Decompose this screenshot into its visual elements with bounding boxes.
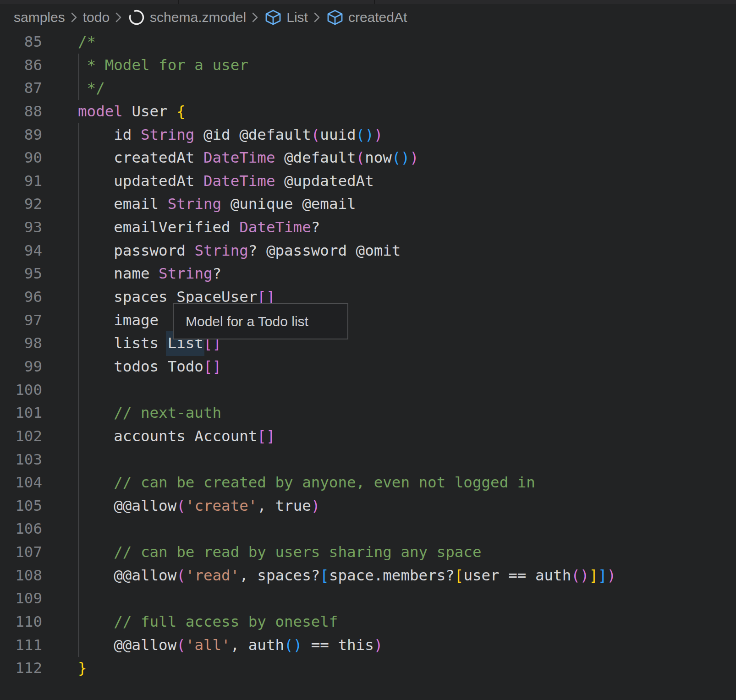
line-number[interactable]: 95 bbox=[0, 262, 42, 285]
code-line[interactable]: 101 // next-auth bbox=[0, 401, 736, 425]
code-token: String bbox=[168, 195, 221, 213]
line-number[interactable]: 97 bbox=[0, 309, 42, 332]
line-number[interactable]: 94 bbox=[0, 239, 42, 262]
code-line[interactable]: 100 bbox=[0, 378, 736, 402]
code-text: model User { bbox=[78, 100, 186, 123]
code-line[interactable]: 87 */ bbox=[0, 77, 736, 100]
code-line[interactable]: 88model User { bbox=[0, 100, 736, 123]
code-line[interactable]: 86 * Model for a user bbox=[0, 54, 736, 77]
code-text: // can be created by anyone, even not lo… bbox=[78, 471, 535, 494]
breadcrumb-item-schema-zmodel[interactable]: schema.zmodel bbox=[127, 8, 246, 27]
code-line[interactable]: 111 @@allow('all', auth() == this) bbox=[0, 634, 736, 657]
code-line[interactable]: 92 email String @unique @email bbox=[0, 192, 736, 216]
code-line[interactable]: 108 @@allow('read', spaces?[space.member… bbox=[0, 564, 736, 587]
code-token: // next-auth bbox=[78, 404, 221, 421]
code-line[interactable]: 102 accounts Account[] bbox=[0, 425, 736, 448]
line-number[interactable]: 108 bbox=[0, 564, 42, 587]
code-editor[interactable]: 85/*86 * Model for a user87 */88model Us… bbox=[0, 30, 736, 700]
line-number[interactable]: 86 bbox=[0, 54, 42, 77]
code-token: ( bbox=[311, 126, 320, 143]
code-token: ? @password @omit bbox=[248, 242, 401, 259]
code-line[interactable]: 95 name String? bbox=[0, 262, 736, 285]
code-text: todos Todo[] bbox=[78, 355, 221, 378]
code-line[interactable]: 97 image bbox=[0, 309, 736, 332]
breadcrumb-label: todo bbox=[83, 10, 110, 25]
code-line[interactable]: 91 updatedAt DateTime @updatedAt bbox=[0, 170, 736, 193]
code-token: , true bbox=[257, 497, 311, 514]
code-line[interactable]: 109 bbox=[0, 587, 736, 610]
line-number[interactable]: 98 bbox=[0, 332, 42, 355]
breadcrumb-item-createdat[interactable]: createdAt bbox=[326, 9, 407, 26]
line-number[interactable]: 103 bbox=[0, 448, 42, 471]
code-line[interactable]: 90 createdAt DateTime @default(now()) bbox=[0, 146, 736, 170]
line-number[interactable]: 111 bbox=[0, 634, 42, 657]
code-token: ) bbox=[410, 149, 419, 166]
line-number[interactable]: 90 bbox=[0, 146, 42, 170]
code-line[interactable]: 103 bbox=[0, 448, 736, 471]
code-line[interactable]: 98 lists List[] bbox=[0, 332, 736, 355]
line-number[interactable]: 105 bbox=[0, 494, 42, 518]
code-line[interactable]: 85/* bbox=[0, 30, 736, 54]
line-number[interactable]: 85 bbox=[0, 30, 42, 54]
code-line[interactable]: 110 // full access by oneself bbox=[0, 610, 736, 634]
model-cube-icon bbox=[326, 9, 344, 26]
code-line[interactable]: 94 password String? @password @omit bbox=[0, 239, 736, 262]
line-number[interactable]: 89 bbox=[0, 123, 42, 147]
code-token: [] bbox=[257, 427, 275, 445]
line-number[interactable]: 102 bbox=[0, 425, 42, 448]
breadcrumb-label: schema.zmodel bbox=[150, 10, 246, 25]
code-line[interactable]: 107 // can be read by users sharing any … bbox=[0, 541, 736, 564]
line-number[interactable]: 87 bbox=[0, 77, 42, 100]
vscode-editor: samplestodoschema.zmodelListcreatedAt 85… bbox=[0, 0, 736, 700]
code-line[interactable]: 93 emailVerified DateTime? bbox=[0, 216, 736, 239]
line-number[interactable]: 100 bbox=[0, 378, 42, 402]
line-number[interactable]: 96 bbox=[0, 285, 42, 309]
line-number[interactable]: 112 bbox=[0, 656, 42, 680]
code-text: email String @unique @email bbox=[78, 192, 356, 216]
code-token: == this bbox=[302, 636, 374, 654]
code-text: // next-auth bbox=[78, 401, 221, 425]
code-token: ) bbox=[311, 497, 320, 514]
code-line[interactable]: 112} bbox=[0, 656, 736, 680]
line-number[interactable]: 92 bbox=[0, 192, 42, 216]
line-number[interactable]: 104 bbox=[0, 471, 42, 494]
line-number[interactable]: 110 bbox=[0, 610, 42, 634]
code-token: ( bbox=[176, 497, 186, 514]
line-number[interactable]: 93 bbox=[0, 216, 42, 239]
code-text: } bbox=[78, 656, 87, 680]
code-line[interactable]: 89 id String @id @default(uuid()) bbox=[0, 123, 736, 147]
code-token: DateTime bbox=[203, 172, 275, 190]
line-number[interactable]: 99 bbox=[0, 355, 42, 378]
code-line[interactable]: 104 // can be created by anyone, even no… bbox=[0, 471, 736, 494]
breadcrumb-item-samples[interactable]: samples bbox=[14, 10, 65, 25]
code-line[interactable]: 105 @@allow('create', true) bbox=[0, 494, 736, 518]
code-line[interactable]: 99 todos Todo[] bbox=[0, 355, 736, 378]
line-number[interactable]: 91 bbox=[0, 170, 42, 193]
indent-guide bbox=[78, 123, 79, 657]
loading-spinner-icon bbox=[127, 8, 146, 27]
code-token: /* bbox=[78, 33, 96, 50]
code-token: [] bbox=[203, 358, 221, 375]
code-token: // can be created by anyone, even not lo… bbox=[78, 474, 535, 491]
chevron-right-icon bbox=[115, 11, 122, 24]
indent-guide bbox=[78, 54, 79, 100]
code-text: updatedAt DateTime @updatedAt bbox=[78, 170, 374, 193]
line-number[interactable]: 101 bbox=[0, 401, 42, 425]
line-number[interactable]: 107 bbox=[0, 541, 42, 564]
code-token: 'all' bbox=[186, 636, 231, 654]
code-token: uuid bbox=[320, 126, 356, 143]
line-number[interactable]: 88 bbox=[0, 100, 42, 123]
line-number[interactable]: 106 bbox=[0, 517, 42, 541]
code-token: todos Todo bbox=[78, 358, 203, 375]
code-token: ] bbox=[589, 567, 598, 584]
code-token: image bbox=[78, 312, 159, 329]
code-line[interactable]: 96 spaces SpaceUser[] bbox=[0, 285, 736, 309]
code-token: @@allow bbox=[78, 567, 176, 584]
line-number[interactable]: 109 bbox=[0, 587, 42, 610]
code-token: String bbox=[141, 126, 194, 143]
code-token: 'create' bbox=[186, 497, 258, 514]
breadcrumb-item-todo[interactable]: todo bbox=[83, 10, 110, 25]
breadcrumb-item-list[interactable]: List bbox=[264, 9, 308, 26]
code-token: lists bbox=[78, 334, 168, 352]
code-line[interactable]: 106 bbox=[0, 517, 736, 541]
